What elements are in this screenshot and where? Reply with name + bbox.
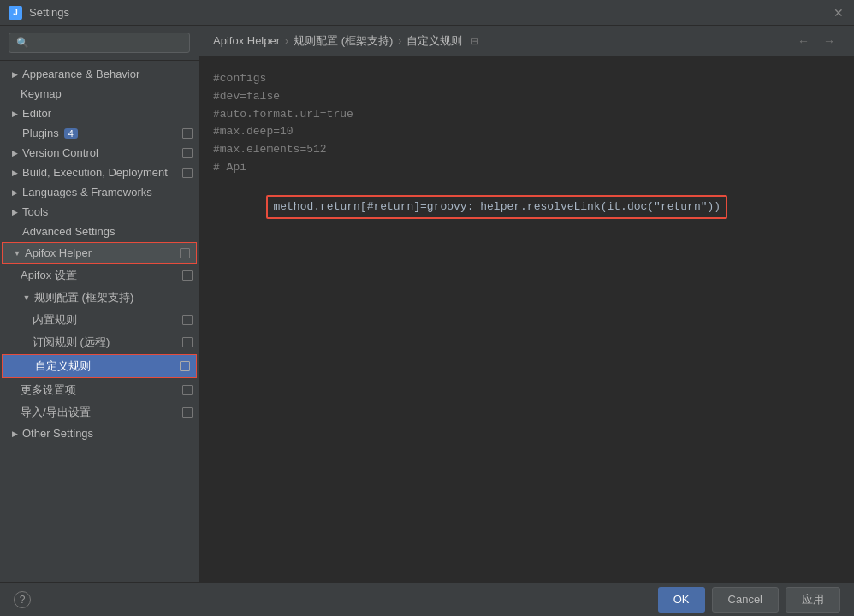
breadcrumb-icon: ⊟ [471, 35, 479, 47]
arrow-icon: ▼ [11, 247, 23, 259]
square-icon [179, 247, 191, 259]
square-icon [181, 147, 193, 159]
sidebar-item-apifox-helper[interactable]: ▼ Apifox Helper [3, 243, 196, 263]
content-area: Apifox Helper › 规则配置 (框架支持) › 自定义规则 ⊟ ← … [199, 26, 854, 582]
sidebar-item-custom-rules[interactable]: 自定义规则 [3, 355, 196, 377]
bottom-bar: ? OK Cancel 应用 [0, 582, 854, 616]
forward-button[interactable]: → [818, 33, 840, 50]
sidebar-item-build[interactable]: ▶ Build, Execution, Deployment [0, 163, 199, 182]
ok-button[interactable]: OK [658, 587, 705, 613]
window-title: Settings [29, 6, 832, 19]
sidebar-item-label: Keymap [21, 87, 62, 100]
sidebar-item-label: 订阅规则 (远程) [33, 335, 110, 350]
breadcrumb-sep-1: › [285, 35, 288, 47]
main-layout: ▶ Appearance & Behavior Keymap ▶ Editor … [0, 26, 854, 582]
code-line-6: # Api [213, 159, 840, 177]
sidebar-item-languages[interactable]: ▶ Languages & Frameworks [0, 182, 199, 202]
sidebar-item-label: Apifox 设置 [21, 268, 77, 283]
breadcrumb-bar: Apifox Helper › 规则配置 (框架支持) › 自定义规则 ⊟ ← … [199, 26, 854, 56]
sidebar-item-keymap[interactable]: Keymap [0, 84, 199, 104]
square-icon [181, 270, 193, 281]
breadcrumb-item-2[interactable]: 规则配置 (框架支持) [294, 33, 393, 49]
sidebar-item-label: 自定义规则 [35, 358, 91, 374]
plugin-badge: 4 [64, 128, 78, 139]
sidebar-item-label: Languages & Frameworks [22, 186, 152, 198]
sidebar-item-tools[interactable]: ▶ Tools [0, 202, 199, 222]
apply-button[interactable]: 应用 [786, 587, 840, 613]
search-box [0, 26, 199, 61]
sidebar-item-label: 内置规则 [33, 312, 77, 328]
sidebar-item-more-settings[interactable]: 更多设置项 [0, 379, 199, 401]
arrow-icon: ▶ [9, 147, 21, 159]
sidebar-item-builtin-rules[interactable]: 内置规则 [0, 309, 199, 331]
sidebar-item-rule-config[interactable]: ▼ 规则配置 (框架支持) [0, 287, 199, 309]
sidebar-item-plugins[interactable]: Plugins 4 [0, 123, 199, 143]
sidebar-item-subscription-rules[interactable]: 订阅规则 (远程) [0, 331, 199, 353]
sidebar-item-other-settings[interactable]: ▶ Other Settings [0, 424, 199, 443]
square-icon [179, 360, 191, 372]
code-line-7[interactable]: method.return[#return]=groovy: helper.re… [213, 177, 840, 237]
sidebar-list: ▶ Appearance & Behavior Keymap ▶ Editor … [0, 61, 199, 582]
square-icon [181, 127, 193, 139]
custom-rules-border: 自定义规则 [2, 354, 197, 378]
sidebar-item-label: Other Settings [22, 427, 93, 440]
sidebar-item-label: Version Control [22, 146, 98, 159]
back-button[interactable]: ← [792, 33, 815, 50]
sidebar-item-label: 规则配置 (框架支持) [34, 290, 133, 305]
sidebar-item-label: Editor [22, 107, 51, 120]
arrow-icon: ▶ [9, 108, 21, 120]
sidebar-item-label: Apifox Helper [25, 246, 92, 259]
sidebar-item-label: 导入/导出设置 [21, 405, 91, 420]
sidebar-item-label: Build, Execution, Deployment [22, 166, 168, 179]
arrow-icon: ▶ [9, 187, 21, 198]
sidebar: ▶ Appearance & Behavior Keymap ▶ Editor … [0, 26, 199, 582]
square-icon [181, 314, 193, 326]
code-line-1: #configs [213, 70, 840, 88]
highlighted-code: method.return[#return]=groovy: helper.re… [266, 195, 727, 220]
arrow-icon: ▶ [9, 206, 21, 218]
breadcrumb-item-1[interactable]: Apifox Helper [213, 34, 280, 47]
sidebar-item-version-control[interactable]: ▶ Version Control [0, 143, 199, 163]
sidebar-item-editor[interactable]: ▶ Editor [0, 104, 199, 123]
help-button[interactable]: ? [14, 591, 31, 608]
close-button[interactable]: ✕ [832, 6, 845, 20]
arrow-icon: ▶ [9, 167, 21, 179]
square-icon [181, 167, 193, 179]
search-input[interactable] [9, 33, 190, 53]
code-line-5: #max.elements=512 [213, 141, 840, 159]
sidebar-item-appearance[interactable]: ▶ Appearance & Behavior [0, 64, 199, 84]
code-line-2: #dev=false [213, 88, 840, 106]
square-icon [181, 384, 193, 396]
sidebar-item-label: Appearance & Behavior [22, 68, 139, 80]
code-line-4: #max.deep=10 [213, 123, 840, 141]
sidebar-item-import-export[interactable]: 导入/导出设置 [0, 401, 199, 424]
sidebar-item-label: 更多设置项 [21, 382, 76, 398]
sidebar-item-label: Plugins [22, 127, 59, 139]
apifox-helper-group: ▼ Apifox Helper [2, 242, 197, 264]
square-icon [181, 336, 193, 348]
square-icon [181, 406, 193, 418]
title-bar: J Settings ✕ [0, 0, 854, 26]
arrow-icon: ▶ [9, 68, 21, 80]
breadcrumb-item-3[interactable]: 自定义规则 [406, 33, 462, 49]
cancel-button[interactable]: Cancel [712, 587, 779, 613]
bottom-buttons: OK Cancel 应用 [658, 587, 840, 613]
arrow-icon: ▼ [21, 292, 33, 304]
arrow-icon: ▶ [9, 428, 21, 440]
sidebar-item-label: Tools [22, 205, 48, 218]
app-icon: J [9, 6, 22, 20]
code-line-3: #auto.format.url=true [213, 106, 840, 124]
sidebar-item-advanced[interactable]: Advanced Settings [0, 222, 199, 241]
breadcrumb-sep-2: › [398, 35, 401, 47]
sidebar-item-apifox-settings[interactable]: Apifox 设置 [0, 264, 199, 287]
sidebar-item-label: Advanced Settings [22, 225, 115, 238]
editor-area: #configs #dev=false #auto.format.url=tru… [199, 56, 854, 582]
breadcrumb-nav: ← → [792, 33, 840, 50]
